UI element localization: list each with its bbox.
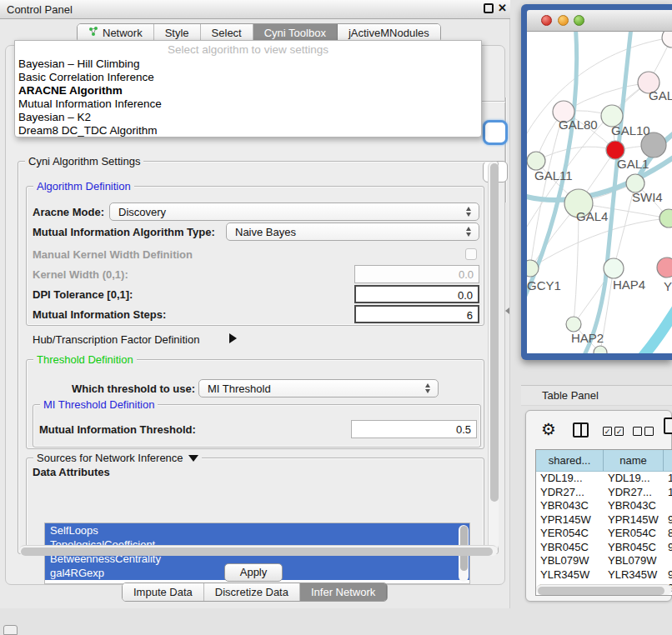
mi-threshold-label: Mutual Information Threshold:	[39, 423, 196, 436]
table-row[interactable]: YPR145WYPR145W9.	[536, 513, 672, 528]
minimize-window-icon[interactable]	[558, 15, 569, 26]
control-panel-title: Control Panel	[7, 3, 73, 16]
node-hap2	[566, 317, 581, 332]
algorithm-option[interactable]: Bayesian – Hill Climbing	[15, 58, 481, 71]
aracne-mode-combobox[interactable]: Discovery	[109, 202, 479, 221]
table-row[interactable]: YBR043CYBR043C	[536, 499, 672, 513]
table-row[interactable]: YBL079WYBL079W	[536, 554, 672, 568]
apply-button[interactable]: Apply	[224, 563, 283, 582]
node	[659, 209, 672, 228]
table-panel-bar: Table Panel	[521, 385, 672, 406]
table-row[interactable]: YLR345WYLR345W9.	[536, 568, 672, 582]
column-header-shared-name[interactable]: shared...	[536, 450, 604, 471]
column-header-partial[interactable]	[664, 450, 672, 471]
manual-kernel-label: Manual Kernel Width Definition	[33, 248, 193, 261]
close-panel-icon[interactable]: ✕	[498, 2, 507, 14]
node	[662, 32, 672, 48]
tab-select[interactable]: Select	[201, 24, 253, 42]
select-all-checkbox-icon[interactable]: ✓	[614, 427, 624, 436]
settings-horizontal-scrollbar[interactable]	[19, 545, 498, 556]
algorithm-dropdown-popup: Select algorithm to view settings Bayesi…	[14, 40, 482, 138]
which-threshold-value: MI Threshold	[208, 382, 271, 395]
select-all-checkbox-icon[interactable]: ✓	[603, 427, 612, 436]
combo-stepper-icon	[421, 383, 434, 393]
table-row[interactable]: YDL19...YDL19...13	[536, 472, 672, 486]
tab-jactivemnodules[interactable]: jActiveMNodules	[338, 24, 440, 42]
tab-impute-data[interactable]: Impute Data	[123, 583, 204, 601]
mi-steps-field[interactable]: 6	[354, 305, 479, 323]
which-threshold-combobox[interactable]: MI Threshold	[198, 379, 439, 398]
tab-select-label: Select	[212, 24, 242, 42]
algorithm-placeholder: Select algorithm to view settings	[15, 41, 481, 58]
network-highlight-edge	[637, 303, 672, 353]
control-panel: Control Panel ✕ Network Style Select Cyn…	[0, 0, 510, 608]
sources-collapse-icon[interactable]	[188, 455, 198, 462]
network-canvas[interactable]: GAL GAL80 GAL10 GAL1 GAL11 SWI4 GAL4 GCY…	[527, 32, 672, 353]
columns-icon[interactable]	[573, 422, 589, 438]
sources-group-title: Sources for Network Inference	[33, 452, 202, 464]
network-graph: GAL GAL80 GAL10 GAL1 GAL11 SWI4 GAL4 GCY…	[527, 32, 672, 353]
table-panel-title: Table Panel	[542, 389, 599, 402]
aracne-mode-value: Discovery	[118, 206, 166, 218]
node-gal11	[527, 152, 545, 170]
node-pink	[657, 258, 672, 278]
table-panel-window: ⚙ ✓ ✓ shared... name YDL19...YDL19...13 …	[525, 410, 672, 602]
minimized-panel-icon[interactable]	[3, 625, 18, 635]
node-label: Y	[664, 279, 672, 293]
tab-style[interactable]: Style	[154, 24, 201, 42]
network-view-window[interactable]: GAL GAL80 GAL10 GAL1 GAL11 SWI4 GAL4 GCY…	[521, 4, 672, 360]
panel-splitter-arrow-icon[interactable]	[505, 308, 509, 314]
tab-impute-data-label: Impute Data	[133, 583, 193, 601]
node-label: GAL	[649, 88, 672, 102]
document-icon[interactable]	[664, 418, 672, 434]
deselect-all-checkbox-icon[interactable]	[644, 427, 654, 436]
tab-network[interactable]: Network	[78, 24, 154, 42]
table-horizontal-scrollbar[interactable]	[536, 584, 672, 595]
which-threshold-label: Which threshold to use:	[72, 382, 195, 395]
node-gcy1	[527, 260, 539, 277]
bottom-tabs: Impute Data Discretize Data Infer Networ…	[122, 582, 388, 602]
tab-cyni-toolbox[interactable]: Cyni Toolbox	[253, 24, 338, 42]
threshold-definition-title: Threshold Definition	[33, 353, 137, 366]
node-table: shared... name YDL19...YDL19...13 YDR27.…	[535, 449, 672, 596]
settings-vertical-scrollbar[interactable]	[488, 162, 499, 551]
tab-infer-network[interactable]: Infer Network	[300, 583, 387, 601]
dpi-tolerance-field[interactable]: 0.0	[354, 285, 479, 303]
sources-title-text: Sources for Network Inference	[37, 452, 183, 464]
zoom-window-icon[interactable]	[574, 15, 584, 26]
kernel-width-label: Kernel Width (0,1):	[33, 268, 128, 281]
column-header-name[interactable]: name	[604, 450, 664, 471]
tab-style-label: Style	[165, 24, 189, 42]
mi-threshold-field[interactable]: 0.5	[351, 420, 477, 438]
table-row[interactable]: YER054CYER054C8.	[536, 527, 672, 541]
algorithm-option[interactable]: Dream8 DC_TDC Algorithm	[15, 124, 481, 138]
node-label: GCY1	[527, 278, 561, 292]
kernel-width-field[interactable]: 0.0	[354, 265, 479, 283]
algorithm-option[interactable]: Basic Correlation Inference	[15, 71, 481, 84]
table-row[interactable]: YBR045CYBR045C9.	[536, 541, 672, 555]
gear-icon[interactable]: ⚙	[541, 419, 556, 439]
combo-stepper-icon	[462, 207, 475, 217]
close-window-icon[interactable]	[541, 15, 552, 26]
list-item[interactable]: SelfLoops	[45, 523, 469, 538]
algorithm-option[interactable]: Mutual Information Inference	[15, 98, 481, 111]
algorithm-definition-title: Algorithm Definition	[33, 180, 134, 192]
mi-type-value: Naive Bayes	[235, 226, 296, 238]
network-icon	[88, 24, 98, 42]
mi-type-combobox[interactable]: Naive Bayes	[226, 222, 479, 241]
deselect-all-checkbox-icon[interactable]	[633, 427, 642, 436]
dpi-tolerance-label: DPI Tolerance [0,1]:	[33, 288, 133, 301]
tab-discretize-data[interactable]: Discretize Data	[204, 583, 300, 601]
table-header-row: shared... name	[536, 450, 672, 472]
network-window-titlebar[interactable]	[527, 10, 672, 32]
tab-discretize-data-label: Discretize Data	[215, 583, 288, 601]
float-panel-icon[interactable]	[484, 3, 494, 13]
manual-kernel-checkbox[interactable]	[465, 248, 477, 260]
algorithm-option-selected[interactable]: ARACNE Algorithm	[15, 84, 481, 98]
node-label: GAL80	[559, 118, 598, 132]
hub-expand-icon[interactable]	[229, 333, 237, 343]
algorithm-option[interactable]: Bayesian – K2	[15, 111, 481, 124]
table-row[interactable]: YDR27...YDR27...12	[536, 486, 672, 500]
node-label: GAL4	[576, 209, 608, 223]
hidden-algorithm-combobox-focus-ring	[483, 120, 508, 145]
